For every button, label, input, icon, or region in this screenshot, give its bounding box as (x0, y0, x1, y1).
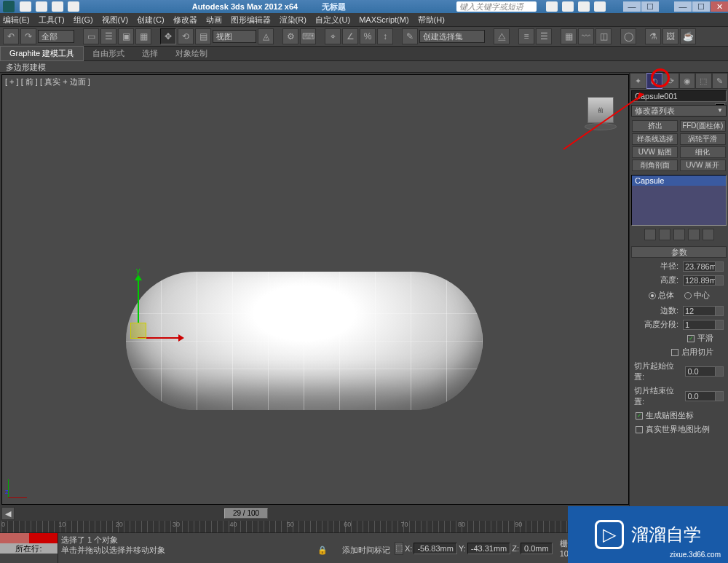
menu-edit[interactable]: 编辑(E) (3, 15, 30, 25)
mod-btn-turbosmooth[interactable]: 涡轮平滑 (680, 133, 726, 145)
check-gen-uv[interactable]: ✓生成贴图坐标 (636, 410, 722, 421)
menu-customize[interactable]: 自定义(U) (315, 15, 350, 25)
minimize-app-button[interactable]: — (674, 1, 692, 12)
stack-item-capsule[interactable]: Capsule (632, 176, 726, 186)
coord-z[interactable]: 0.0mm (521, 543, 553, 554)
ribbon-tab-paint[interactable]: 对象绘制 (167, 47, 216, 60)
scale-icon[interactable]: ▤ (195, 28, 211, 44)
qat-btn[interactable] (52, 1, 63, 12)
viewport-label[interactable]: [ + ] [ 前 ] [ 真实 + 边面 ] (5, 76, 90, 87)
ribbon-tab-graphite[interactable]: Graphite 建模工具 (0, 46, 84, 61)
ribbon-toggle-icon[interactable]: ▦ (561, 28, 577, 44)
percent-snap-icon[interactable]: % (360, 28, 376, 44)
manip-icon[interactable]: ⚙ (282, 28, 298, 44)
help-btn[interactable] (594, 1, 606, 12)
cmd-tab-motion[interactable]: ◉ (679, 73, 696, 89)
time-slider-knob[interactable]: 29 / 100 (224, 508, 268, 519)
select-region-icon[interactable]: ▣ (118, 28, 134, 44)
maximize-app-button[interactable]: ☐ (692, 1, 710, 12)
close-button[interactable]: ✕ (711, 1, 728, 12)
hseg-spinner[interactable]: 1 (683, 320, 724, 330)
menu-rendering[interactable]: 渲染(R) (280, 15, 306, 25)
curve-editor-icon[interactable]: 〰 (578, 28, 594, 44)
coord-y[interactable]: -43.31mm (467, 543, 511, 554)
align-icon[interactable]: ≡ (518, 28, 534, 44)
ribbon-tab-freeform[interactable]: 自由形式 (84, 47, 133, 60)
menu-views[interactable]: 视图(V) (102, 15, 129, 25)
configure-sets-icon[interactable] (703, 229, 714, 240)
slice-from-spinner[interactable]: 0.0 (685, 366, 724, 377)
menu-modifiers[interactable]: 修改器 (173, 15, 197, 25)
lock-icon[interactable]: 🔒 (317, 545, 328, 555)
remove-mod-icon[interactable] (688, 229, 700, 240)
material-editor-icon[interactable]: ◯ (620, 28, 636, 44)
menu-maxscript[interactable]: MAXScript(M) (359, 15, 408, 24)
coord-x[interactable]: -56.83mm (414, 543, 457, 554)
angle-snap-icon[interactable]: ∠ (342, 28, 358, 44)
help-btn[interactable] (546, 1, 558, 12)
mirror-icon[interactable]: ⧋ (494, 28, 510, 44)
menu-create[interactable]: 创建(C) (137, 15, 164, 25)
keyboard-icon[interactable]: ⌨ (300, 28, 316, 44)
radio-overall[interactable]: 总体 (649, 290, 674, 301)
mod-btn-fillet[interactable]: 削角剖面 (632, 160, 678, 171)
x-arrow-icon[interactable] (178, 334, 184, 342)
check-smooth[interactable]: ✓平滑 (636, 333, 713, 344)
rollout-parameters[interactable]: 参数 (631, 246, 727, 258)
time-ruler[interactable]: 01020 304050 607080 90100 (1, 521, 629, 532)
show-result-icon[interactable] (659, 229, 670, 240)
pivot-icon[interactable]: ◬ (258, 28, 274, 44)
pin-stack-icon[interactable] (644, 229, 656, 240)
select-name-icon[interactable]: ☰ (100, 28, 116, 44)
refcoord-dropdown[interactable]: 视图 (213, 30, 256, 43)
xy-plane-handle[interactable] (130, 323, 146, 339)
qat-btn[interactable] (68, 1, 79, 12)
menu-animation[interactable]: 动画 (206, 15, 222, 25)
make-unique-icon[interactable] (673, 229, 685, 240)
window-crossing-icon[interactable]: ▦ (135, 28, 151, 44)
move-icon[interactable]: ✥ (160, 28, 176, 44)
timeslider-prev-icon[interactable]: ◀ (1, 507, 15, 520)
select-icon[interactable]: ▭ (83, 28, 99, 44)
ribbon-tab-selection[interactable]: 选择 (133, 47, 167, 60)
cmd-tab-display[interactable]: ⬚ (695, 73, 712, 89)
qat-btn[interactable] (20, 1, 31, 12)
menu-help[interactable]: 帮助(H) (418, 15, 445, 25)
cmd-tab-create[interactable]: ✦ (630, 73, 646, 89)
check-slice-on[interactable]: 启用切片 (636, 347, 713, 358)
rotate-icon[interactable]: ⟲ (178, 28, 194, 44)
snap-icon[interactable]: ⌖ (325, 28, 341, 44)
redo-icon[interactable]: ↷ (20, 28, 36, 44)
menu-tools[interactable]: 工具(T) (39, 15, 65, 25)
menu-grapheditors[interactable]: 图形编辑器 (231, 15, 271, 25)
time-slider[interactable]: ◀ 29 / 100 ▶ (1, 506, 629, 521)
help-search[interactable]: 键入关键字或短语 (456, 1, 537, 12)
render-frame-icon[interactable]: 🖼 (662, 28, 678, 44)
y-axis-icon[interactable] (138, 279, 139, 323)
schematic-icon[interactable]: ◫ (596, 28, 612, 44)
mod-btn-unwrap[interactable]: UVW 展开 (680, 160, 726, 171)
help-btn[interactable] (562, 1, 574, 12)
undo-icon[interactable]: ↶ (3, 28, 19, 44)
radio-centers[interactable]: 中心 (684, 290, 710, 301)
radius-spinner[interactable]: 23.786mm (683, 261, 724, 272)
ribbon-panel-label[interactable]: 多边形建模 (0, 61, 728, 73)
mod-btn-ffd[interactable]: FFD(圆柱体) (680, 120, 726, 132)
help-btn[interactable] (578, 1, 590, 12)
mod-btn-tessellate[interactable]: 细化 (680, 146, 726, 158)
filter-dropdown[interactable]: 全部 (38, 30, 74, 43)
viewport[interactable]: [ + ] [ 前 ] [ 真实 + 边面 ] 前 y z (1, 74, 629, 505)
sides-spinner[interactable]: 12 (683, 306, 724, 316)
spinner-snap-icon[interactable]: ↕ (377, 28, 393, 44)
layers-icon[interactable]: ☰ (536, 28, 552, 44)
render-icon[interactable]: ☕ (680, 28, 696, 44)
check-real-world[interactable]: 真实世界地图比例 (636, 424, 722, 435)
named-selset-dropdown[interactable]: 创建选择集 (419, 30, 485, 43)
modifier-stack[interactable]: Capsule (631, 175, 727, 226)
maximize-button[interactable]: ☐ (641, 1, 659, 12)
cmd-tab-utilities[interactable]: ✎ (712, 73, 729, 89)
abs-rel-icon[interactable]: ⬚ (395, 542, 403, 555)
qat-btn[interactable] (36, 1, 47, 12)
minimize-button[interactable]: — (623, 1, 641, 12)
height-spinner[interactable]: 128.89mm (683, 275, 724, 286)
